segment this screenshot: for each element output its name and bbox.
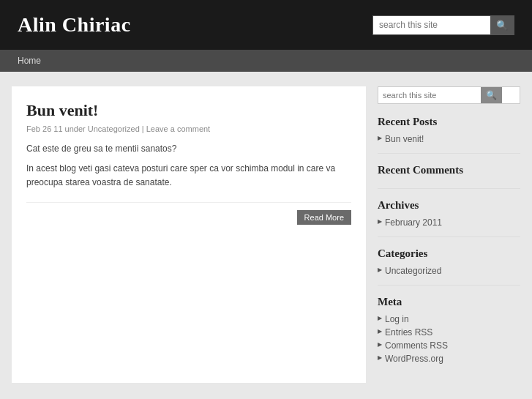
post-meta-sep: |: [142, 124, 144, 133]
sidebar-search-form: 🔍: [378, 86, 520, 104]
sidebar-section-meta: Meta Log in Entries RSS Comments RSS Wor…: [378, 296, 520, 373]
sidebar-item-comments-rss[interactable]: Comments RSS: [378, 339, 520, 352]
sidebar-link-comments-rss[interactable]: Comments RSS: [385, 340, 448, 351]
sidebar-search-input[interactable]: [378, 88, 481, 102]
sidebar-link-login[interactable]: Log in: [385, 314, 409, 324]
sidebar-item-entries-rss[interactable]: Entries RSS: [378, 326, 520, 339]
sidebar-item-bun-venit[interactable]: Bun venit!: [378, 133, 520, 146]
search-icon: 🔍: [486, 90, 497, 100]
post-paragraph-2: In acest blog veti gasi cateva posturi c…: [26, 162, 351, 190]
main-content: Bun venit! Feb 26 11 under Uncategorized…: [12, 86, 366, 383]
post-date: Feb 26 11: [26, 124, 63, 133]
sidebar-heading-archives: Archives: [378, 199, 520, 212]
sidebar-section-recent-comments: Recent Comments: [378, 164, 520, 189]
sidebar-link-feb-2011[interactable]: February 2011: [385, 217, 442, 228]
nav-home-link[interactable]: Home: [18, 50, 48, 72]
header-search-input[interactable]: [373, 16, 490, 34]
site-header: Alin Chiriac 🔍: [0, 0, 532, 50]
sidebar-link-bun-venit[interactable]: Bun venit!: [385, 134, 424, 144]
site-title: Alin Chiriac: [18, 13, 131, 37]
content-area: Bun venit! Feb 26 11 under Uncategorized…: [0, 72, 532, 398]
sidebar-heading-categories: Categories: [378, 247, 520, 260]
sidebar-heading-recent-posts: Recent Posts: [378, 116, 520, 128]
search-icon: 🔍: [496, 20, 508, 31]
page-wrapper: Alin Chiriac 🔍 Home Bun venit! Feb 26 11…: [0, 0, 532, 398]
header-search-button[interactable]: 🔍: [490, 16, 514, 34]
post-content: Cat este de greu sa te mentii sanatos? I…: [26, 142, 351, 190]
post-category-link[interactable]: Uncategorized: [88, 124, 140, 133]
header-search-form: 🔍: [372, 15, 514, 35]
sidebar-link-entries-rss[interactable]: Entries RSS: [385, 327, 432, 338]
sidebar-heading-recent-comments: Recent Comments: [378, 164, 520, 176]
post-paragraph-1: Cat este de greu sa te mentii sanatos?: [26, 142, 351, 156]
sidebar-link-wordpress-org[interactable]: WordPress.org: [385, 354, 443, 364]
main-nav: Home: [0, 50, 532, 72]
post-meta: Feb 26 11 under Uncategorized | Leave a …: [26, 124, 351, 133]
post-under: under: [65, 124, 86, 133]
sidebar-item-login[interactable]: Log in: [378, 313, 520, 326]
sidebar-link-uncategorized[interactable]: Uncategorized: [385, 266, 441, 276]
read-more-wrap: Read More: [26, 202, 351, 225]
read-more-button[interactable]: Read More: [297, 210, 351, 225]
sidebar-section-categories: Categories Uncategorized: [378, 247, 520, 286]
sidebar-item-wordpress-org[interactable]: WordPress.org: [378, 352, 520, 365]
sidebar: 🔍 Recent Posts Bun venit! Recent Comment…: [378, 86, 520, 383]
sidebar-search-button[interactable]: 🔍: [481, 87, 502, 103]
post-title: Bun venit!: [26, 101, 351, 120]
post-leave-comment-link[interactable]: Leave a comment: [146, 124, 210, 133]
sidebar-item-feb-2011[interactable]: February 2011: [378, 216, 520, 229]
sidebar-item-uncategorized[interactable]: Uncategorized: [378, 264, 520, 277]
sidebar-section-archives: Archives February 2011: [378, 199, 520, 237]
sidebar-section-recent-posts: Recent Posts Bun venit!: [378, 116, 520, 154]
sidebar-heading-meta: Meta: [378, 296, 520, 308]
